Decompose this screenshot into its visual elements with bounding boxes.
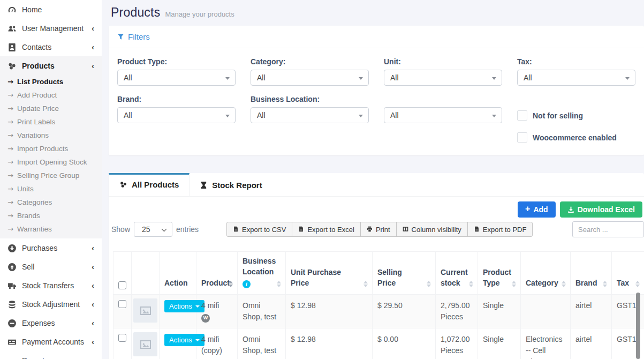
export-to-csv-button[interactable]: Export to CSV (226, 222, 292, 237)
filter-field-category: Category:All (251, 57, 369, 86)
sidebar-subitem-add-product[interactable]: Add Product (0, 88, 102, 102)
tab-stock-report[interactable]: Stock Report (190, 173, 272, 196)
page-length-select[interactable]: 25 (134, 222, 172, 237)
info-icon[interactable]: i (243, 280, 251, 288)
row-select-checkbox[interactable] (118, 334, 126, 342)
sidebar-item-label: User Management (22, 24, 92, 33)
sort-icon[interactable] (363, 281, 368, 287)
filter-select-location-status[interactable]: All (384, 107, 502, 123)
column-header-unit-purchase-price[interactable]: Unit Purchase Price (286, 252, 373, 295)
sidebar-item-label: Products (22, 62, 92, 70)
column-visibility-button[interactable]: Column visibility (396, 222, 468, 237)
sidebar-item-sell[interactable]: Sell (0, 257, 102, 276)
sidebar-item-payment-accounts[interactable]: Payment Accounts (0, 332, 102, 351)
column-label: Tax (617, 279, 629, 287)
filter-select-category[interactable]: All (251, 70, 369, 86)
filter-select-tax[interactable]: All (517, 70, 635, 86)
row-actions-button[interactable]: Actions (164, 334, 204, 346)
filter-field-location-status: All (384, 95, 502, 123)
sidebar-subitem-units[interactable]: Units (0, 182, 102, 196)
filter-select-value: All (257, 73, 266, 82)
sort-icon[interactable] (635, 281, 640, 287)
filter-label: Tax: (517, 57, 635, 66)
column-header-category[interactable]: Category (521, 252, 571, 295)
column-header-selling-price[interactable]: Selling Price (373, 252, 436, 295)
cell-brand: airtel (571, 328, 612, 359)
sidebar-item-reports[interactable]: Reports (0, 351, 102, 359)
sidebar-subitem-import-products[interactable]: Import Products (0, 142, 102, 155)
sidebar-item-contacts[interactable]: Contacts (0, 38, 102, 56)
column-label: Product (201, 279, 230, 287)
sidebar-item-purchases[interactable]: Purchases (0, 238, 102, 257)
caret-down-icon (625, 77, 630, 80)
page-length-value: 25 (142, 225, 150, 234)
sidebar-item-products[interactable]: Products (0, 56, 102, 75)
filter-select-product-type[interactable]: All (117, 70, 236, 86)
sidebar-item-user-management[interactable]: User Management (0, 19, 102, 38)
filter-select-value: All (390, 111, 399, 119)
sidebar-item-label: Stock Transfers (22, 281, 92, 290)
print-button[interactable]: Print (360, 222, 397, 237)
checkbox-woocommerce-enabled[interactable] (517, 132, 527, 143)
hourglass-icon (200, 181, 208, 189)
sort-icon[interactable] (512, 281, 516, 287)
sidebar-item-stock-adjustment[interactable]: Stock Adjustment (0, 295, 102, 313)
sidebar-subitem-list-products[interactable]: List Products (0, 75, 102, 88)
export-to-pdf-button[interactable]: Export to PDF (467, 222, 533, 237)
image-placeholder-icon (140, 340, 151, 349)
sidebar-subitem-update-price[interactable]: Update Price (0, 102, 102, 115)
select-all-checkbox[interactable] (118, 281, 126, 289)
search-input[interactable] (572, 221, 644, 237)
table-scrollbar-thumb[interactable] (636, 293, 640, 359)
sidebar-subitem-warranties[interactable]: Warranties (0, 222, 102, 236)
sidebar-item-expenses[interactable]: Expenses (0, 313, 102, 332)
filter-select-unit[interactable]: All (384, 70, 502, 86)
column-header-product[interactable]: Product (196, 252, 238, 295)
sort-icon[interactable] (427, 281, 431, 287)
filter-select-business-location[interactable]: All (251, 107, 369, 123)
gauge-icon (7, 5, 17, 14)
content-header: Products Manage your products (109, 0, 644, 26)
row-select-checkbox[interactable] (118, 300, 126, 308)
sidebar-subitem-print-labels[interactable]: Print Labels (0, 115, 102, 129)
sort-icon[interactable] (277, 281, 281, 287)
checkbox-not-for-selling[interactable] (517, 110, 527, 121)
caret-down-icon (492, 115, 496, 117)
sort-icon[interactable] (603, 281, 607, 287)
tab-label: All Products (132, 180, 179, 189)
file-icon (474, 226, 480, 233)
export-to-excel-button[interactable]: Export to Excel (292, 222, 360, 237)
column-header-business-location[interactable]: Business Locationi (238, 252, 286, 295)
column-header-tax[interactable]: Tax (612, 252, 644, 295)
table-row: Actions4 mifiWOmni Shop, test$ 12.98$ 29… (113, 295, 644, 328)
download-excel-button[interactable]: Download Excel (560, 201, 642, 218)
sidebar-item-home[interactable]: Home (0, 0, 102, 19)
bar-chart-icon (7, 356, 17, 359)
sidebar-subitem-categories[interactable]: Categories (0, 196, 102, 209)
column-header-current-stock[interactable]: Current stock (436, 252, 478, 295)
sort-icon[interactable] (469, 281, 473, 287)
filter-field-brand: Brand:All (117, 95, 236, 123)
export-button-label: Print (376, 226, 390, 234)
sidebar-item-stock-transfers[interactable]: Stock Transfers (0, 276, 102, 295)
filter-select-brand[interactable]: All (117, 107, 236, 123)
sidebar-item-label: Sell (22, 263, 92, 271)
column-label: Unit Purchase Price (291, 268, 341, 287)
sidebar-subitem-selling-price-group[interactable]: Selling Price Group (0, 169, 102, 182)
sidebar-subitem-brands[interactable]: Brands (0, 209, 102, 222)
filters-heading-label: Filters (128, 32, 150, 41)
sort-icon[interactable] (229, 281, 233, 287)
chevron-left-icon (92, 356, 94, 359)
column-header-product-type[interactable]: Product Type (478, 252, 521, 295)
sidebar-subitem-import-opening-stock[interactable]: Import Opening Stock (0, 155, 102, 169)
column-header-brand[interactable]: Brand (571, 252, 612, 295)
add-product-button[interactable]: + Add (518, 201, 556, 218)
sort-icon[interactable] (562, 281, 566, 287)
filters-toggle[interactable]: Filters (109, 26, 644, 48)
row-actions-button[interactable]: Actions (164, 300, 204, 312)
sidebar-subitem-variations[interactable]: Variations (0, 129, 102, 142)
page-length-control: Show 25 entries (111, 222, 199, 237)
tab-all-products[interactable]: All Products (109, 173, 190, 196)
download-button-label: Download Excel (578, 205, 635, 214)
truck-icon (7, 281, 17, 290)
